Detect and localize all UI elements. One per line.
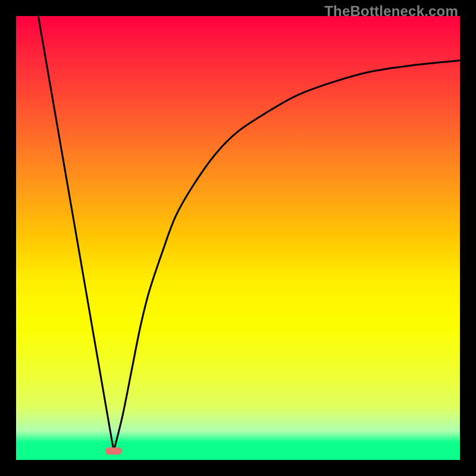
bottleneck-curve (38, 16, 460, 451)
plot-area (16, 16, 460, 460)
curve-svg (16, 16, 460, 460)
chart-frame: TheBottleneck.com (0, 0, 476, 476)
optimal-point-marker (105, 447, 122, 455)
